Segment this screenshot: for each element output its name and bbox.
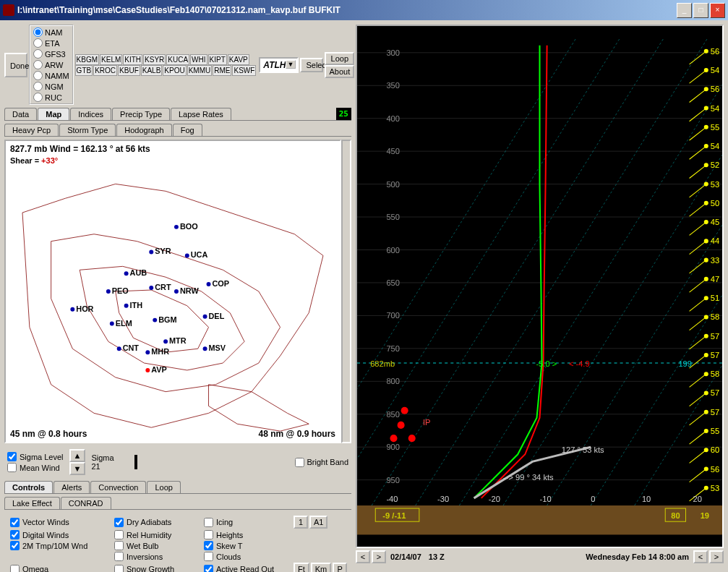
skewt-check[interactable]: Skew T xyxy=(204,541,291,550)
map-point-cop[interactable] xyxy=(207,282,211,286)
barb-speed: 54 xyxy=(711,142,719,150)
station-kipt[interactable]: KIPT xyxy=(208,54,227,65)
station-dropdown[interactable]: ATLH xyxy=(259,57,299,73)
btn-ft[interactable]: Ft xyxy=(294,563,309,572)
sigma-down-button[interactable]: ▼ xyxy=(69,462,86,475)
map-point-cnt[interactable] xyxy=(117,346,121,351)
tab-conrad[interactable]: CONRAD xyxy=(61,497,111,509)
sigma-slider-thumb[interactable] xyxy=(134,455,137,469)
sigma-level-check[interactable]: Sigma Level xyxy=(7,452,64,461)
radio-gfs3[interactable]: GFS3 xyxy=(33,49,66,59)
2m-tmp-check[interactable]: 2M Tmp/10M Wnd xyxy=(10,541,111,550)
tab-storm-type[interactable]: Storm Type xyxy=(59,124,116,136)
wet-bulb-check[interactable]: Wet Bulb xyxy=(114,541,201,550)
station-kswf[interactable]: KSWF xyxy=(232,65,256,76)
tab-loop[interactable]: Loop xyxy=(147,481,180,493)
active-readout-check[interactable]: Active Read Out xyxy=(204,563,291,572)
barb-speed: 54 xyxy=(711,104,719,113)
tab-data[interactable]: Data xyxy=(4,108,37,120)
scroll-right-button[interactable]: > xyxy=(372,550,386,563)
map-point-mhr[interactable] xyxy=(145,350,150,354)
station-kpou[interactable]: KPOU xyxy=(163,65,186,76)
map-vertical-slider[interactable] xyxy=(341,140,351,443)
maximize-button[interactable]: □ xyxy=(693,3,708,18)
tab-indices[interactable]: Indices xyxy=(70,108,111,120)
scroll-left2-button[interactable]: < xyxy=(693,550,708,563)
map-point-nrw[interactable] xyxy=(174,289,179,294)
map-point-boo[interactable] xyxy=(174,225,179,229)
map-point-peo[interactable] xyxy=(106,289,111,294)
radio-ruc[interactable]: RUC xyxy=(33,93,62,102)
bright-band-check[interactable]: Bright Band xyxy=(295,458,348,467)
skewt-panel[interactable]: 5654565455545253504544334751585757585757… xyxy=(356,25,724,548)
station-whi[interactable]: WHI xyxy=(190,54,207,65)
vector-winds-check[interactable]: Vector Winds xyxy=(10,516,111,529)
close-button[interactable]: × xyxy=(710,3,725,18)
icing-check[interactable]: Icing xyxy=(204,516,291,529)
tab-map[interactable]: Map xyxy=(38,108,69,120)
barb-speed: 60 xyxy=(711,445,719,454)
map-point-avp[interactable] xyxy=(145,368,150,372)
loop-button[interactable]: Loop xyxy=(325,52,354,65)
map-point-crt[interactable] xyxy=(149,286,153,290)
station-kalb[interactable]: KALB xyxy=(141,65,163,76)
scroll-left-button[interactable]: < xyxy=(356,550,370,563)
btn-p[interactable]: P xyxy=(333,563,347,572)
station-kelm[interactable]: KELM xyxy=(100,54,122,65)
about-button[interactable]: About xyxy=(325,65,354,78)
tab-controls[interactable]: Controls xyxy=(4,481,53,493)
map-point-msv[interactable] xyxy=(203,346,207,351)
radio-nam[interactable]: NAM xyxy=(33,27,62,37)
minimize-button[interactable]: _ xyxy=(677,3,692,18)
mean-wind-check[interactable]: Mean Wind xyxy=(7,463,64,472)
radio-eta[interactable]: ETA xyxy=(33,38,60,48)
map-label-crt: CRT xyxy=(155,283,171,291)
station-ksyr[interactable]: KSYR xyxy=(143,54,166,65)
tab-precip-type[interactable]: Precip Type xyxy=(112,108,170,120)
digital-winds-check[interactable]: Digital Winds xyxy=(10,530,111,539)
tab-alerts[interactable]: Alerts xyxy=(53,481,90,493)
station-rme[interactable]: RME xyxy=(213,65,231,76)
dry-adiabats-check[interactable]: Dry Adiabats xyxy=(114,516,201,529)
clouds-check[interactable]: Clouds xyxy=(204,552,291,561)
tab-hodograph[interactable]: Hodograph xyxy=(116,124,171,136)
tab-lapse-rates[interactable]: Lapse Rates xyxy=(171,108,231,120)
btn-km[interactable]: Km xyxy=(311,563,332,572)
radio-ngm[interactable]: NGM xyxy=(33,82,64,91)
snow-growth-check[interactable]: Snow Growth xyxy=(114,563,201,572)
inversions-check[interactable]: Inversions xyxy=(114,552,201,561)
station-gtb[interactable]: GTB xyxy=(75,65,93,76)
map-point-hor[interactable] xyxy=(70,307,74,312)
station-kuca[interactable]: KUCA xyxy=(166,54,189,65)
map-point-bgm[interactable] xyxy=(153,318,157,323)
rel-humidity-check[interactable]: Rel Humidity xyxy=(114,530,201,539)
scroll-right2-button[interactable]: > xyxy=(709,550,724,563)
done-button[interactable]: Done xyxy=(4,53,27,77)
map-panel[interactable]: 827.7 mb Wind = 162.13 ° at 56 kts Shear… xyxy=(4,140,341,443)
heights-check[interactable]: Heights xyxy=(204,530,291,539)
sigma-up-button[interactable]: ▲ xyxy=(69,449,86,462)
station-kroc[interactable]: KROC xyxy=(93,65,117,76)
map-point-ith[interactable] xyxy=(124,304,129,308)
select-button[interactable]: Select xyxy=(300,58,323,72)
station-kmmu[interactable]: KMMU xyxy=(187,65,213,76)
map-point-uca[interactable] xyxy=(185,254,189,258)
radio-namm[interactable]: NAMM xyxy=(33,71,69,80)
radio-arw[interactable]: ARW xyxy=(33,60,63,69)
station-kbgm[interactable]: KBGM xyxy=(75,54,99,65)
tab-convection[interactable]: Convection xyxy=(90,481,146,493)
omega-check[interactable]: Omega xyxy=(10,563,111,572)
btn-a1[interactable]: A1 xyxy=(309,516,327,529)
map-point-syr[interactable] xyxy=(149,250,153,255)
btn-1[interactable]: 1 xyxy=(294,516,308,529)
map-point-aub[interactable] xyxy=(124,271,129,276)
station-kbuf[interactable]: KBUF xyxy=(118,65,140,76)
tab-lake-effect[interactable]: Lake Effect xyxy=(4,497,60,509)
map-point-mtr[interactable] xyxy=(163,339,168,343)
map-point-elm[interactable] xyxy=(110,322,114,326)
station-kith[interactable]: KITH xyxy=(123,54,142,65)
tab-heavy-pcp[interactable]: Heavy Pcp xyxy=(4,124,59,136)
map-point-del[interactable] xyxy=(203,315,207,319)
station-kavp[interactable]: KAVP xyxy=(228,54,249,65)
tab-fog[interactable]: Fog xyxy=(173,124,202,136)
